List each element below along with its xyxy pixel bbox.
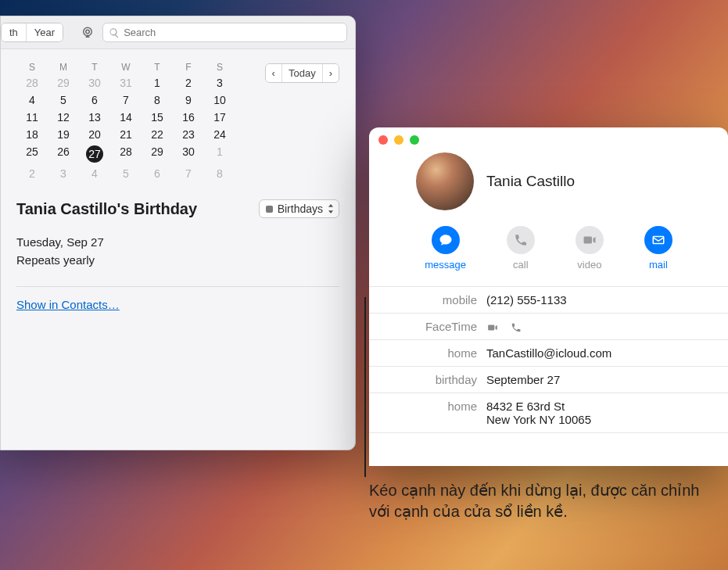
field-home-address: home 8432 E 63rd St New York NY 10065 bbox=[369, 393, 728, 433]
mail-icon bbox=[651, 233, 665, 247]
airplay-icon[interactable] bbox=[77, 23, 98, 42]
calendar-day[interactable]: 14 bbox=[110, 109, 142, 126]
home-address-label: home bbox=[385, 400, 486, 426]
calendar-day[interactable]: 1 bbox=[142, 74, 173, 91]
calendar-day[interactable]: 1 bbox=[204, 143, 235, 165]
field-birthday: birthday September 27 bbox=[369, 367, 728, 393]
calendar-day[interactable]: 22 bbox=[142, 126, 173, 143]
calendar-select-label: Birthdays bbox=[278, 203, 323, 215]
field-home-email: home TanCastillo@icloud.com bbox=[369, 340, 728, 367]
calendar-day[interactable]: 17 bbox=[204, 109, 235, 126]
calendar-day[interactable]: 8 bbox=[204, 165, 235, 182]
event-date: Tuesday, Sep 27 bbox=[16, 234, 339, 252]
annotation-text: Kéo cạnh này đến khi dừng lại, được căn … bbox=[369, 480, 705, 522]
calendar-select[interactable]: Birthdays bbox=[259, 199, 339, 218]
calendar-day[interactable]: 30 bbox=[173, 143, 204, 165]
facetime-video-icon[interactable] bbox=[486, 322, 499, 333]
calendar-window: th Year ‹ Today › SMTWTFS 28293031123456… bbox=[0, 16, 356, 450]
facetime-audio-icon[interactable] bbox=[510, 322, 522, 333]
dow-cell: S bbox=[204, 60, 235, 74]
calendar-day[interactable]: 25 bbox=[16, 143, 48, 165]
event-repeat: Repeats yearly bbox=[16, 252, 339, 270]
search-field-wrapper bbox=[102, 23, 347, 42]
svg-point-0 bbox=[86, 30, 90, 34]
today-button[interactable]: Today bbox=[282, 64, 322, 82]
mail-button[interactable]: mail bbox=[644, 226, 672, 271]
calendar-color-dot bbox=[266, 206, 273, 213]
chevron-updown-icon bbox=[328, 204, 334, 213]
calendar-day[interactable]: 23 bbox=[173, 126, 204, 143]
home-email-value[interactable]: TanCastillo@icloud.com bbox=[486, 346, 611, 360]
home-email-label: home bbox=[385, 346, 486, 360]
calendar-day[interactable]: 21 bbox=[110, 126, 142, 143]
view-month-button[interactable]: th bbox=[2, 23, 26, 41]
calendar-day[interactable]: 6 bbox=[142, 165, 173, 182]
calendar-day[interactable]: 7 bbox=[110, 91, 142, 109]
mobile-value[interactable]: (212) 555-1133 bbox=[486, 293, 567, 307]
zoom-window-button[interactable] bbox=[410, 135, 419, 145]
calendar-day[interactable]: 3 bbox=[204, 74, 235, 91]
video-icon bbox=[583, 233, 597, 247]
calendar-day[interactable]: 2 bbox=[173, 74, 204, 91]
calendar-nav: ‹ Today › bbox=[265, 63, 339, 83]
annotation-leader-line bbox=[364, 297, 366, 477]
calendar-day[interactable]: 12 bbox=[48, 109, 79, 126]
dow-cell: T bbox=[79, 60, 110, 74]
field-mobile: mobile (212) 555-1133 bbox=[369, 287, 728, 314]
video-button[interactable]: video bbox=[576, 226, 604, 271]
home-address-value[interactable]: 8432 E 63rd St New York NY 10065 bbox=[486, 400, 591, 426]
minimize-window-button[interactable] bbox=[394, 135, 403, 145]
calendar-day[interactable]: 27 bbox=[79, 143, 110, 165]
calendar-day[interactable]: 8 bbox=[142, 91, 173, 109]
event-inspector: Tania Castillo's Birthday Birthdays Tues… bbox=[16, 199, 339, 311]
call-button[interactable]: call bbox=[507, 226, 535, 271]
calendar-day[interactable]: 7 bbox=[173, 165, 204, 182]
birthday-value: September 27 bbox=[486, 373, 560, 386]
calendar-day[interactable]: 24 bbox=[204, 126, 235, 143]
calendar-day[interactable]: 2 bbox=[16, 165, 48, 182]
calendar-day[interactable]: 31 bbox=[110, 74, 142, 91]
calendar-day[interactable]: 9 bbox=[173, 91, 204, 109]
birthday-label: birthday bbox=[385, 373, 486, 386]
prev-button[interactable]: ‹ bbox=[266, 64, 282, 82]
dow-cell: F bbox=[173, 60, 204, 74]
search-input[interactable] bbox=[102, 23, 347, 42]
window-traffic-lights bbox=[369, 127, 728, 152]
dow-cell: W bbox=[110, 60, 142, 74]
calendar-day[interactable]: 19 bbox=[48, 126, 79, 143]
calendar-day[interactable]: 5 bbox=[110, 165, 142, 182]
show-in-contacts-link[interactable]: Show in Contacts… bbox=[16, 298, 120, 311]
calendar-day[interactable]: 26 bbox=[48, 143, 79, 165]
calendar-day[interactable]: 15 bbox=[142, 109, 173, 126]
calendar-day[interactable]: 28 bbox=[16, 74, 48, 91]
calendar-day[interactable]: 30 bbox=[79, 74, 110, 91]
calendar-day[interactable]: 5 bbox=[48, 91, 79, 109]
calendar-day[interactable]: 11 bbox=[16, 109, 48, 126]
view-year-button[interactable]: Year bbox=[26, 23, 63, 41]
view-segmented-control: th Year bbox=[1, 23, 63, 42]
calendar-toolbar: th Year bbox=[1, 16, 355, 49]
calendar-day[interactable]: 4 bbox=[16, 91, 48, 109]
calendar-day[interactable]: 6 bbox=[79, 91, 110, 109]
calendar-day[interactable]: 20 bbox=[79, 126, 110, 143]
calendar-day[interactable]: 29 bbox=[48, 74, 79, 91]
calendar-day[interactable]: 16 bbox=[173, 109, 204, 126]
calendar-day[interactable]: 10 bbox=[204, 91, 235, 109]
contact-fields: mobile (212) 555-1133 FaceTime home TanC… bbox=[369, 286, 728, 433]
calendar-day[interactable]: 13 bbox=[79, 109, 110, 126]
calendar-day[interactable]: 28 bbox=[110, 143, 142, 165]
close-window-button[interactable] bbox=[378, 135, 388, 145]
dow-cell: M bbox=[48, 60, 79, 74]
calendar-day[interactable]: 3 bbox=[48, 165, 79, 182]
event-title: Tania Castillo's Birthday bbox=[16, 200, 197, 218]
phone-icon bbox=[514, 233, 528, 247]
contacts-window: Tania Castillo message call video mail m… bbox=[369, 127, 728, 466]
message-button[interactable]: message bbox=[425, 226, 466, 271]
next-button[interactable]: › bbox=[322, 64, 339, 82]
calendar-day[interactable]: 4 bbox=[79, 165, 110, 182]
calendar-day[interactable]: 18 bbox=[16, 126, 48, 143]
mini-calendar: SMTWTFS 28293031123456789101112131415161… bbox=[16, 60, 235, 182]
calendar-day[interactable]: 29 bbox=[142, 143, 173, 165]
message-label: message bbox=[425, 259, 466, 271]
mail-label: mail bbox=[649, 259, 668, 271]
